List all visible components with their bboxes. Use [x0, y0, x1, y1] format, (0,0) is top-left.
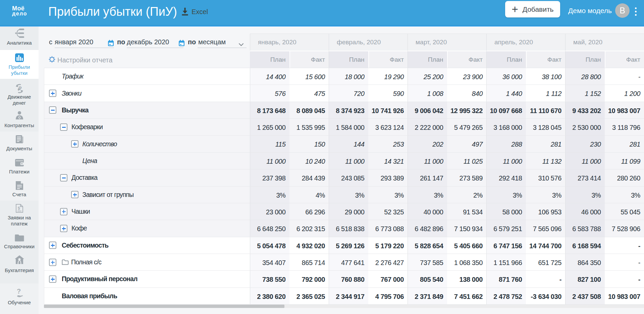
svg-text:?: ?: [17, 288, 21, 295]
svg-text:$: $: [18, 206, 20, 211]
